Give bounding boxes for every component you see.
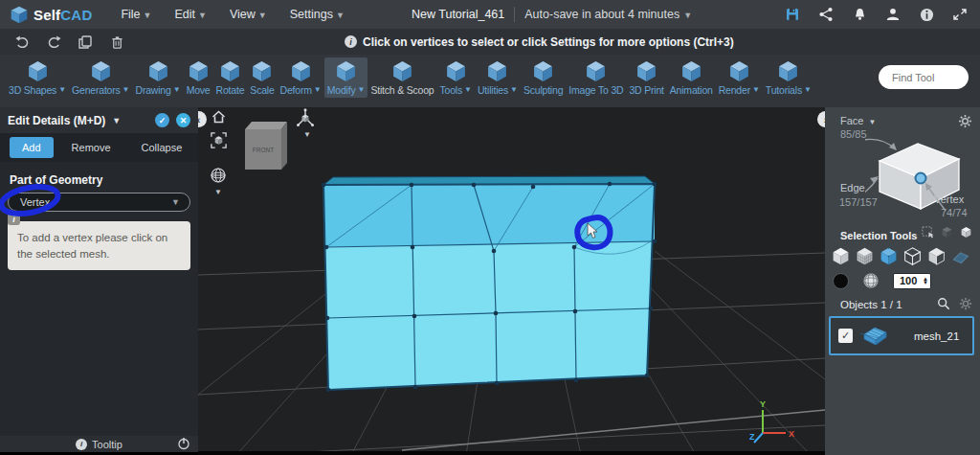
tool-label: Tools <box>439 84 462 96</box>
color-swatch-black[interactable] <box>833 273 849 289</box>
undo-button[interactable] <box>13 34 31 51</box>
tool-drawing[interactable]: Drawing ▼ <box>133 57 184 98</box>
delete-button[interactable] <box>108 34 125 51</box>
tool-label: Drawing <box>136 84 171 96</box>
edit-details-header[interactable]: Edit Details (M+D) ▼ ✓ ✕ <box>0 107 198 133</box>
document-title-area: New Tutorial_461 Auto-save in about 4 mi… <box>412 7 692 22</box>
nav-cube[interactable]: FRONT <box>245 122 287 170</box>
brush-size-input[interactable] <box>900 275 923 286</box>
select-grid-cube-button[interactable] <box>854 245 875 266</box>
marquee-select-icon[interactable] <box>922 226 934 239</box>
tool-label: Image To 3D <box>568 84 623 96</box>
tool-animation[interactable]: Animation <box>667 57 716 98</box>
tool-cube-icon <box>584 59 608 83</box>
hint-message: i Click on vertices to select or click S… <box>345 35 734 49</box>
tool-cube-icon <box>635 59 658 83</box>
tool-cube-icon <box>776 59 800 83</box>
tab-collapse[interactable]: Collapse <box>129 137 195 158</box>
save-button[interactable] <box>784 6 801 23</box>
tool-sculpting[interactable]: Sculpting <box>521 57 566 98</box>
redo-button[interactable] <box>45 34 62 51</box>
grid-settings-button[interactable] <box>210 167 227 188</box>
gear-icon[interactable] <box>959 297 972 310</box>
selection-tools-label: Selection Tools <box>840 230 917 241</box>
tool-rotate[interactable]: Rotate <box>213 57 248 98</box>
fit-to-view-button[interactable] <box>210 131 228 153</box>
tool-label: Render <box>719 84 750 96</box>
find-tool-input[interactable] <box>879 65 969 89</box>
notifications-button[interactable] <box>851 6 868 23</box>
selection-panel: Face▼ 85/85 <box>825 107 980 455</box>
tool-render[interactable]: Render ▼ <box>716 57 763 98</box>
tooltip-footer[interactable]: i Tooltip <box>0 436 198 452</box>
tool-cube-icon <box>218 59 242 83</box>
tool-tools[interactable]: Tools ▼ <box>436 57 474 98</box>
object-visibility-checkbox[interactable]: ✓ <box>838 329 853 343</box>
home-view-button[interactable] <box>211 109 227 128</box>
wireframe-sphere-icon[interactable] <box>862 272 880 289</box>
copy-icon <box>78 34 93 50</box>
chevron-down-icon: ▼ <box>58 85 66 94</box>
svg-text:Y: Y <box>760 399 766 409</box>
help-button[interactable] <box>918 6 935 23</box>
select-lasso-plane-button[interactable] <box>949 245 970 266</box>
close-button[interactable]: ✕ <box>176 113 190 127</box>
tool-move[interactable]: Move <box>184 57 213 98</box>
select-half-cube-button[interactable] <box>925 245 947 266</box>
stepper-down-icon[interactable]: ▼ <box>923 281 928 284</box>
geometry-type-dropdown[interactable]: Vertex ▼ <box>8 193 190 212</box>
tool-image-to-3d[interactable]: Image To 3D <box>566 57 626 98</box>
tool-stitch-scoop[interactable]: Stitch & Scoop <box>368 57 436 98</box>
select-vertex-cube-button-active[interactable] <box>878 245 899 266</box>
confirm-button[interactable]: ✓ <box>155 113 169 127</box>
selfcad-logo[interactable]: SelfCAD <box>10 5 92 24</box>
menu-file[interactable]: File▼ <box>109 8 163 21</box>
power-toggle-icon[interactable] <box>177 437 190 450</box>
edge-mode-label[interactable]: Edge <box>840 182 865 193</box>
object-list-item-mesh21[interactable]: ✓ mesh_21 <box>829 316 974 355</box>
chevron-down-icon[interactable]: ▼ <box>214 188 222 196</box>
light-cube-icon[interactable] <box>960 226 972 239</box>
tool-deform[interactable]: Deform ▼ <box>278 57 324 98</box>
tool-3d-shapes[interactable]: 3D Shapes ▼ <box>6 57 69 98</box>
face-mode-label[interactable]: Face▼ <box>840 115 876 126</box>
info-icon: i <box>8 213 20 225</box>
panel-settings-button[interactable] <box>958 114 972 132</box>
fullscreen-button[interactable] <box>951 6 969 23</box>
menu-view[interactable]: View▼ <box>218 8 278 21</box>
select-solid-cube-button[interactable] <box>830 245 851 266</box>
autosave-status[interactable]: Auto-save in about 4 minutes▼ <box>524 8 692 21</box>
mesh-object[interactable] <box>322 176 657 392</box>
tab-remove[interactable]: Remove <box>59 137 123 158</box>
chevron-down-icon: ▼ <box>683 11 692 20</box>
brush-size-stepper[interactable]: ▲▼ <box>893 273 931 289</box>
viewport-3d[interactable]: ‹ <box>198 107 825 455</box>
dark-cube-icon[interactable] <box>941 226 953 239</box>
menu-settings[interactable]: Settings▼ <box>278 8 356 21</box>
account-button[interactable] <box>884 6 902 23</box>
undo-icon <box>14 34 31 50</box>
tool-3d-print[interactable]: 3D Print <box>626 57 666 98</box>
vertex-mode-label[interactable]: Vertex <box>934 193 964 205</box>
scene-canvas[interactable]: FRONT <box>198 107 825 455</box>
tool-modify[interactable]: Modify ▼ <box>324 57 368 98</box>
tab-add[interactable]: Add <box>10 137 54 158</box>
menu-edit[interactable]: Edit▼ <box>164 8 218 21</box>
tool-tutorials[interactable]: Tutorials ▼ <box>763 57 814 98</box>
tool-scale[interactable]: Scale <box>247 57 277 98</box>
search-icon[interactable] <box>937 297 950 310</box>
tool-cube-icon <box>334 59 358 83</box>
share-button[interactable] <box>817 6 835 23</box>
select-outline-cube-button[interactable] <box>902 245 923 266</box>
tool-label: Animation <box>670 84 713 96</box>
svg-text:FRONT: FRONT <box>253 147 274 153</box>
copy-button[interactable] <box>77 34 94 51</box>
chevron-down-icon[interactable]: ▼ <box>303 130 311 139</box>
tool-label: Rotate <box>216 84 245 96</box>
tool-generators[interactable]: Generators ▼ <box>69 57 132 98</box>
toolbar-items: 3D Shapes ▼ Generators ▼ Drawing ▼ <box>6 57 814 98</box>
tool-utilities[interactable]: Utilities ▼ <box>475 57 521 98</box>
tool-cube-icon <box>390 59 414 83</box>
edit-details-panel: Edit Details (M+D) ▼ ✓ ✕ Add Remove Coll… <box>0 107 198 455</box>
chevron-down-icon: ▼ <box>510 85 518 94</box>
